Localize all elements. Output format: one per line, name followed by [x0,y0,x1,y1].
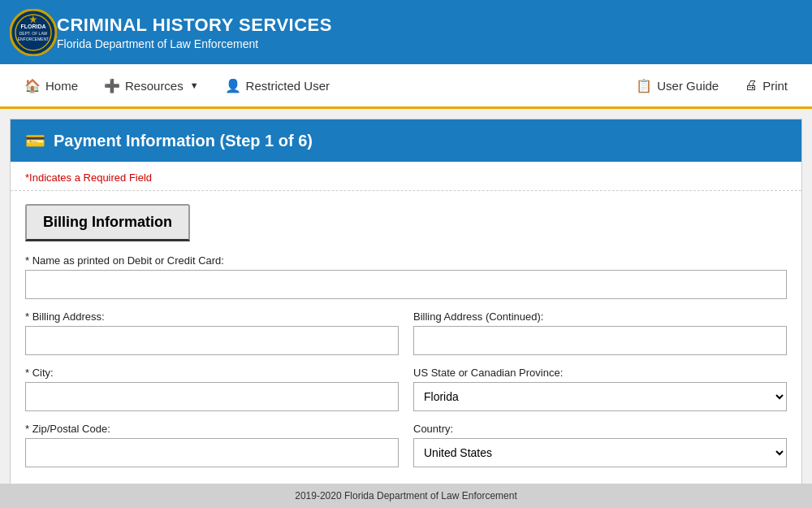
city-col: * City: [25,367,399,411]
nav-print-label: Print [762,79,788,93]
name-group: * Name as printed on Debit or Credit Car… [25,254,787,299]
footer-text: 2019-2020 Florida Department of Law Enfo… [295,490,517,501]
fdle-logo: FLORIDA DEPT. OF LAW ENFORCEMENT [10,9,57,56]
guide-icon: 📋 [636,78,652,93]
header-text-group: CRIMINAL HISTORY SERVICES Florida Depart… [57,15,332,50]
city-input[interactable] [25,382,399,411]
address-row: * Billing Address: Billing Address (Cont… [25,310,787,355]
country-label: Country: [413,423,787,435]
zip-col: * Zip/Postal Code: [25,423,399,467]
zip-label: * Zip/Postal Code: [25,423,399,435]
svg-text:FLORIDA: FLORIDA [20,24,45,29]
resources-icon: ➕ [104,78,120,93]
state-label: US State or Canadian Province: [413,367,787,379]
nav-home[interactable]: 🏠 Home [13,72,89,100]
billing-tab-container: Billing Information [11,191,801,241]
country-select[interactable]: United States Canada Other [413,438,787,467]
state-select[interactable]: Florida Alabama Alaska Arizona Arkansas … [413,382,787,411]
nav-print[interactable]: 🖨 Print [733,72,799,99]
site-header: FLORIDA DEPT. OF LAW ENFORCEMENT CRIMINA… [0,0,812,64]
billing-address-label: * Billing Address: [25,310,399,323]
nav-home-label: Home [45,79,78,93]
chevron-down-icon: ▼ [190,80,199,90]
navbar-right: 📋 User Guide 🖨 Print [624,72,799,100]
billing-address2-col: Billing Address (Continued): [413,310,787,355]
billing-info-tab[interactable]: Billing Information [25,204,190,241]
print-icon: 🖨 [745,78,758,93]
state-col: US State or Canadian Province: Florida A… [413,367,787,411]
billing-address-input[interactable] [25,326,399,355]
payment-title: Payment Information (Step 1 of 6) [54,132,313,150]
zip-country-row: * Zip/Postal Code: Country: United State… [25,423,787,467]
billing-address2-label: Billing Address (Continued): [413,310,787,323]
zip-input[interactable] [25,438,399,467]
required-notice: *Indicates a Required Field [11,162,801,191]
nav-restricted-user[interactable]: 👤 Restricted User [214,72,341,100]
name-input[interactable] [25,270,787,299]
site-title: CRIMINAL HISTORY SERVICES [57,15,332,36]
nav-user-guide[interactable]: 📋 User Guide [624,72,730,100]
nav-resources[interactable]: ➕ Resources ▼ [93,72,210,100]
billing-address-col: * Billing Address: [25,310,399,355]
nav-user-guide-label: User Guide [657,79,719,93]
navbar: 🏠 Home ➕ Resources ▼ 👤 Restricted User 📋… [0,64,812,109]
form-area: * Name as printed on Debit or Credit Car… [11,241,801,492]
site-subtitle: Florida Department of Law Enforcement [57,37,332,50]
city-state-row: * City: US State or Canadian Province: F… [25,367,787,411]
navbar-left: 🏠 Home ➕ Resources ▼ 👤 Restricted User [13,72,624,100]
name-label: * Name as printed on Debit or Credit Car… [25,254,787,267]
country-col: Country: United States Canada Other [413,423,787,467]
nav-resources-label: Resources [125,79,184,93]
svg-text:ENFORCEMENT: ENFORCEMENT [18,37,50,41]
page-footer: 2019-2020 Florida Department of Law Enfo… [0,484,812,508]
svg-text:DEPT. OF LAW: DEPT. OF LAW [19,31,48,36]
nav-restricted-user-label: Restricted User [246,79,330,93]
payment-header: 💳 Payment Information (Step 1 of 6) [11,119,801,162]
user-icon: 👤 [225,78,241,93]
billing-address2-input[interactable] [413,326,787,355]
city-label: * City: [25,367,399,379]
main-content: 💳 Payment Information (Step 1 of 6) *Ind… [10,119,802,493]
home-icon: 🏠 [24,78,41,93]
credit-card-icon: 💳 [25,131,45,150]
